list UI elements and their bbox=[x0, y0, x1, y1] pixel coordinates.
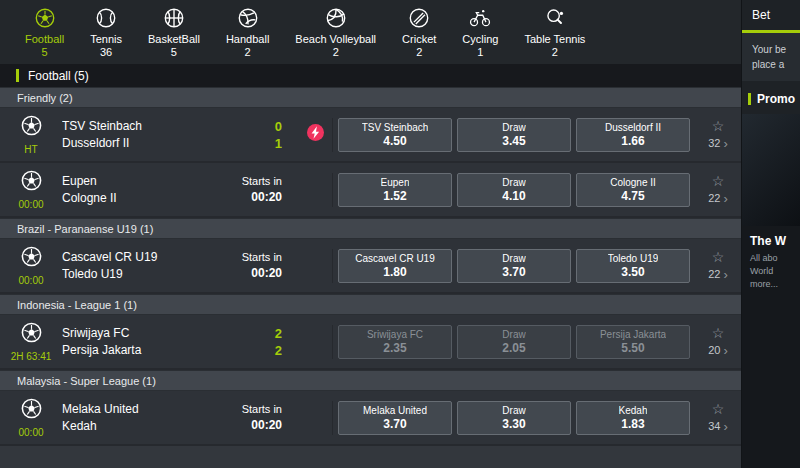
sport-count: 2 bbox=[333, 46, 339, 58]
starts-in-label: Starts in bbox=[220, 174, 282, 189]
odds-button[interactable]: Toledo U193.50 bbox=[576, 249, 690, 283]
odds-label: Melaka United bbox=[363, 404, 427, 417]
odds-label: Draw bbox=[502, 252, 525, 265]
sport-tab-table-tennis[interactable]: Table Tennis2 bbox=[511, 6, 598, 58]
odds-button[interactable]: Sriwijaya FC2.35 bbox=[338, 325, 452, 359]
match-row: 00:00EupenCologne IIStarts in00:20Eupen1… bbox=[0, 163, 741, 218]
match-teams[interactable]: EupenCologne II bbox=[62, 173, 220, 207]
cricket-icon bbox=[408, 6, 430, 30]
odds-button[interactable]: Melaka United3.70 bbox=[338, 401, 452, 435]
football-ball-icon bbox=[20, 321, 43, 348]
odds-value: 3.50 bbox=[621, 265, 644, 279]
favorite-star-icon[interactable]: ☆ bbox=[712, 174, 725, 188]
promo-card-title: The W bbox=[742, 226, 800, 252]
match-sport-cell: 00:00 bbox=[0, 245, 62, 286]
sport-tab-basketball[interactable]: BasketBall5 bbox=[135, 6, 213, 58]
favorite-star-icon[interactable]: ☆ bbox=[712, 402, 725, 416]
home-team: Sriwijaya FC bbox=[62, 325, 220, 342]
favorite-star-icon[interactable]: ☆ bbox=[712, 326, 725, 340]
odds-button[interactable]: Cascavel CR U191.80 bbox=[338, 249, 452, 283]
odds-button[interactable]: Cologne II4.75 bbox=[576, 173, 690, 207]
odds-value: 3.70 bbox=[383, 417, 406, 431]
sport-label: Handball bbox=[226, 33, 269, 45]
markets-count[interactable]: 22 › bbox=[708, 191, 728, 206]
football-ball-icon bbox=[20, 114, 43, 141]
league-header-friendly-2[interactable]: Friendly (2) bbox=[0, 87, 741, 108]
starts-in-value: 00:20 bbox=[220, 417, 282, 433]
basketball-icon bbox=[163, 6, 185, 30]
odds-button[interactable]: Draw3.30 bbox=[457, 401, 571, 435]
favorite-star-icon[interactable]: ☆ bbox=[712, 119, 725, 133]
odds-button[interactable]: Eupen1.52 bbox=[338, 173, 452, 207]
markets-count[interactable]: 34 › bbox=[708, 419, 728, 434]
odds-label: Draw bbox=[502, 404, 525, 417]
live-indicator-cell bbox=[298, 124, 332, 145]
sport-tab-football[interactable]: Football5 bbox=[12, 6, 77, 58]
promo-header: Promo bbox=[742, 92, 800, 106]
sport-tab-tennis[interactable]: Tennis36 bbox=[77, 6, 135, 58]
match-status: 2H 63:41 bbox=[11, 351, 52, 362]
match-teams[interactable]: Sriwijaya FCPersija Jakarta bbox=[62, 325, 220, 359]
odds-button[interactable]: Dusseldorf II1.66 bbox=[576, 118, 690, 152]
match-teams[interactable]: TSV SteinbachDusseldorf II bbox=[62, 118, 220, 152]
match-odds: TSV Steinbach4.50Draw3.45Dusseldorf II1.… bbox=[332, 118, 695, 152]
odds-button[interactable]: Draw3.70 bbox=[457, 249, 571, 283]
match-odds: Sriwijaya FC2.35Draw2.05Persija Jakarta5… bbox=[332, 325, 695, 359]
match-score-cell: 22 bbox=[220, 325, 298, 359]
league-header-brazil-paranaense-u19-1[interactable]: Brazil - Paranaense U19 (1) bbox=[0, 218, 741, 239]
betslip-message-line2: place a bbox=[752, 57, 800, 72]
away-team: Dusseldorf II bbox=[62, 135, 220, 152]
odds-value: 4.75 bbox=[621, 189, 644, 203]
football-ball-icon bbox=[20, 245, 43, 272]
league-header-malaysia-super-league-1[interactable]: Malaysia - Super League (1) bbox=[0, 370, 741, 391]
odds-button[interactable]: Draw2.05 bbox=[457, 325, 571, 359]
sport-tab-cricket[interactable]: Cricket2 bbox=[389, 6, 449, 58]
football-ball-icon bbox=[20, 397, 43, 424]
odds-button[interactable]: Draw3.45 bbox=[457, 118, 571, 152]
sport-label: Football bbox=[25, 33, 64, 45]
chevron-right-icon: › bbox=[723, 136, 727, 151]
home-team: Eupen bbox=[62, 173, 220, 190]
betslip-tab[interactable]: Bet bbox=[742, 0, 800, 30]
favorite-star-icon[interactable]: ☆ bbox=[712, 250, 725, 264]
promo-card-line: World bbox=[742, 265, 800, 278]
match-actions: ☆34 › bbox=[695, 402, 741, 434]
odds-value: 1.83 bbox=[621, 417, 644, 431]
markets-count[interactable]: 20 › bbox=[708, 343, 728, 358]
match-teams[interactable]: Melaka UnitedKedah bbox=[62, 401, 220, 435]
markets-count[interactable]: 22 › bbox=[708, 267, 728, 282]
sport-label: BasketBall bbox=[148, 33, 200, 45]
odds-label: Draw bbox=[502, 121, 525, 134]
starts-in-label: Starts in bbox=[220, 402, 282, 417]
match-status: 00:00 bbox=[18, 275, 43, 286]
odds-label: Toledo U19 bbox=[608, 252, 659, 265]
sport-count: 1 bbox=[477, 46, 483, 58]
odds-button[interactable]: Draw4.10 bbox=[457, 173, 571, 207]
promo-card[interactable]: The W All abo World more... bbox=[742, 114, 800, 468]
match-actions: ☆32 › bbox=[695, 119, 741, 151]
sport-tab-cycling[interactable]: Cycling1 bbox=[449, 6, 511, 58]
promo-image bbox=[742, 114, 800, 226]
sport-count: 2 bbox=[245, 46, 251, 58]
sport-count: 5 bbox=[42, 46, 48, 58]
odds-button[interactable]: Persija Jakarta5.50 bbox=[576, 325, 690, 359]
sport-tab-beach-volleyball[interactable]: Beach Volleyball2 bbox=[282, 6, 389, 58]
handball-icon bbox=[237, 6, 259, 30]
football-ball-icon bbox=[20, 169, 43, 196]
match-sport-cell: 00:00 bbox=[0, 169, 62, 210]
football-icon bbox=[34, 6, 56, 30]
league-header-indonesia-league-1-1[interactable]: Indonesia - League 1 (1) bbox=[0, 294, 741, 315]
odds-button[interactable]: Kedah1.83 bbox=[576, 401, 690, 435]
match-odds: Melaka United3.70Draw3.30Kedah1.83 bbox=[332, 401, 695, 435]
away-team: Toledo U19 bbox=[62, 266, 220, 283]
markets-count[interactable]: 32 › bbox=[708, 136, 728, 151]
sport-label: Cricket bbox=[402, 33, 436, 45]
match-teams[interactable]: Cascavel CR U19Toledo U19 bbox=[62, 249, 220, 283]
match-status: 00:00 bbox=[18, 199, 43, 210]
promo-accent-bar bbox=[748, 93, 751, 105]
betslip-message-line1: Your be bbox=[752, 42, 800, 57]
odds-button[interactable]: TSV Steinbach4.50 bbox=[338, 118, 452, 152]
sport-tab-handball[interactable]: Handball2 bbox=[213, 6, 282, 58]
section-header-football: Football (5) bbox=[0, 64, 741, 87]
chevron-right-icon: › bbox=[723, 343, 727, 358]
